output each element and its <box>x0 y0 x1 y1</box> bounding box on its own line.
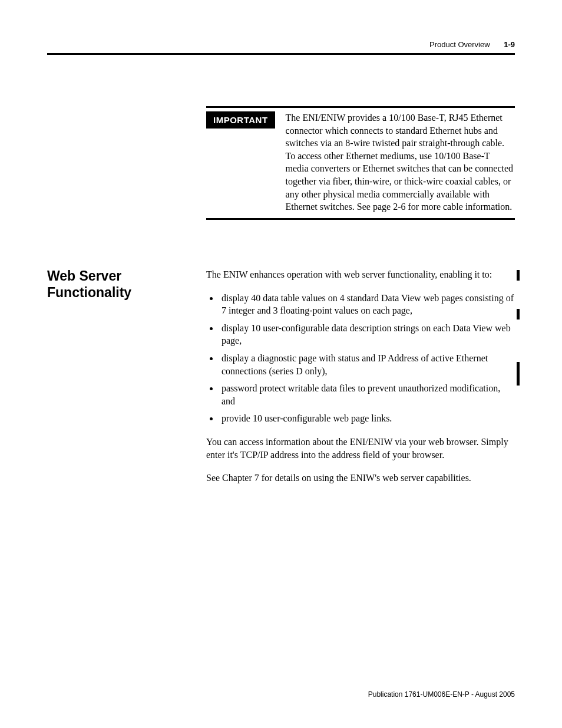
important-bottom-rule <box>206 218 515 220</box>
list-item: display 10 user-configurable data descri… <box>219 322 515 347</box>
body-paragraph: See Chapter 7 for details on using the E… <box>206 472 515 485</box>
page-header: Product Overview 1-9 <box>429 40 515 49</box>
change-bar-icon <box>517 309 520 319</box>
change-bar-icon <box>517 362 520 386</box>
feature-list: display 40 data table values on 4 standa… <box>219 292 515 425</box>
body-column: The ENIW enhances operation with web ser… <box>206 268 515 495</box>
list-item: display a diagnostic page with status an… <box>219 352 515 377</box>
header-page-number: 1-9 <box>504 40 515 49</box>
important-top-rule <box>206 106 515 108</box>
section-heading: Web Server Functionality <box>47 268 200 301</box>
list-item: provide 10 user-configurable web page li… <box>219 412 515 425</box>
change-bar-icon <box>517 270 520 281</box>
intro-paragraph: The ENIW enhances operation with web ser… <box>206 268 515 281</box>
list-item: password protect writable data files to … <box>219 382 515 407</box>
footer-publication: Publication 1761-UM006E-EN-P - August 20… <box>368 690 515 699</box>
important-label: IMPORTANT <box>206 111 275 129</box>
header-section: Product Overview <box>429 40 490 49</box>
header-rule <box>47 53 515 55</box>
important-text: The ENI/ENIW provides a 10/100 Base-T, R… <box>286 111 515 213</box>
body-paragraph: You can access information about the ENI… <box>206 436 515 461</box>
list-item: display 40 data table values on 4 standa… <box>219 292 515 317</box>
important-callout: IMPORTANT The ENI/ENIW provides a 10/100… <box>206 106 515 220</box>
